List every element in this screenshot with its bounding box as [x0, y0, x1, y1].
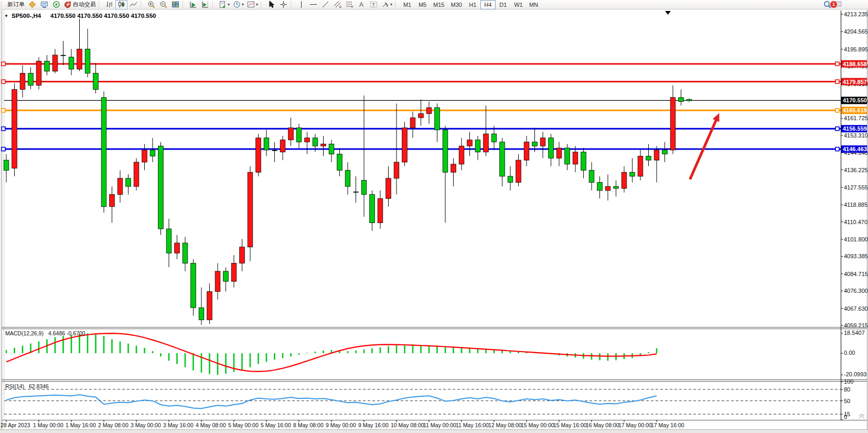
svg-text:4153.310: 4153.310	[844, 132, 868, 139]
svg-text:100: 100	[844, 378, 853, 385]
chart-canvas[interactable]: 4213.2354204.5654195.8954187.4804178.810…	[0, 0, 868, 433]
toolbar-grip	[212, 1, 216, 8]
svg-text:0: 0	[844, 414, 847, 420]
timeframe-m30-button[interactable]: M30	[447, 0, 465, 9]
timeframe-w1-button[interactable]: W1	[511, 0, 526, 9]
new-order-label: 新订单	[7, 1, 25, 8]
hline-anchor[interactable]	[835, 62, 839, 66]
svg-text:12 May 08:00: 12 May 08:00	[488, 422, 522, 428]
new-chart-button[interactable]: ▾	[217, 0, 231, 9]
auto-trading-button[interactable]: 自动交易	[62, 0, 98, 9]
svg-text:1 May 16:00: 1 May 16:00	[66, 422, 96, 428]
timeframe-h4-button[interactable]: H4	[480, 0, 496, 9]
svg-text:3 May 00:00: 3 May 00:00	[131, 422, 161, 428]
horizontal-line-tool-icon[interactable]	[307, 0, 319, 9]
svg-text:4101.800: 4101.800	[844, 236, 868, 242]
market-watch-icon[interactable]	[38, 0, 50, 9]
toolbar-grip	[99, 1, 102, 8]
arrows-tool-icon	[381, 1, 389, 8]
svg-text:4110.470: 4110.470	[844, 219, 867, 225]
auto-scroll-icon[interactable]	[187, 0, 199, 9]
macd-label: MACD(12,26,9)	[5, 330, 44, 336]
hline-anchor[interactable]	[2, 147, 5, 151]
svg-text:4136.225: 4136.225	[844, 167, 868, 173]
svg-text:A: A	[359, 1, 363, 8]
macd-readout: 4.6486 -0.6700	[48, 330, 85, 336]
svg-text:T: T	[372, 2, 376, 7]
hline-anchor[interactable]	[835, 127, 839, 131]
templates-button[interactable]: ▾	[245, 0, 260, 9]
channel-tool-icon[interactable]: E	[331, 0, 344, 9]
timeframe-h1-button[interactable]: H1	[465, 0, 480, 9]
rsi-label: RSI(14)	[5, 383, 24, 389]
svg-text:E: E	[339, 5, 341, 8]
svg-text:5 May 16:00: 5 May 16:00	[261, 422, 291, 428]
hline-anchor[interactable]	[2, 80, 5, 83]
notifications-button[interactable]: 1	[833, 1, 843, 9]
toolbar-grip	[183, 1, 186, 8]
timeframe-m5-button[interactable]: M5	[415, 0, 430, 9]
svg-text:9 May 16:00: 9 May 16:00	[358, 422, 389, 428]
text-label-tool-icon[interactable]: T	[368, 0, 380, 9]
svg-text:10 May 08:00: 10 May 08:00	[391, 422, 424, 428]
svg-text:4195.895: 4195.895	[844, 46, 868, 52]
hline-anchor[interactable]	[835, 109, 839, 112]
svg-text:0.00: 0.00	[844, 350, 855, 356]
svg-text:28 Apr 2023: 28 Apr 2023	[1, 422, 30, 428]
symbol-dropdown-icon[interactable]: ▼	[4, 14, 8, 18]
trendline-tool-icon[interactable]	[319, 0, 331, 9]
svg-text:17 May 16:00: 17 May 16:00	[651, 422, 684, 428]
fibonacci-tool-icon[interactable]: F	[344, 0, 356, 9]
chart-title: SP500-,H4	[12, 13, 41, 19]
bar-chart-mode-icon[interactable]	[103, 0, 115, 9]
crosshair-tool-icon[interactable]	[277, 0, 290, 9]
svg-text:4204.565: 4204.565	[844, 28, 868, 35]
rsi-readout: 62.8346	[29, 383, 49, 389]
timeframe-mn-button[interactable]: MN	[526, 0, 541, 9]
toolbar-grip	[261, 1, 264, 8]
candlestick-mode-icon[interactable]	[115, 0, 127, 9]
svg-text:4084.715: 4084.715	[844, 271, 868, 277]
toolbar-grip	[141, 1, 144, 8]
text-tool-icon[interactable]: A	[356, 0, 368, 9]
cursor-tool-icon[interactable]	[265, 0, 277, 9]
dropdown-caret-icon: ▾	[256, 2, 258, 7]
svg-text:5 May 00:00: 5 May 00:00	[228, 422, 259, 428]
dropdown-caret-icon: ▾	[228, 2, 230, 7]
hline-anchor[interactable]	[2, 109, 5, 112]
line-chart-mode-icon[interactable]	[127, 0, 140, 9]
new-order-button[interactable]: 新订单	[6, 0, 26, 9]
svg-text:15 May 00:00: 15 May 00:00	[521, 422, 554, 428]
hline-anchor[interactable]	[2, 127, 5, 131]
hline-anchor[interactable]	[835, 80, 839, 83]
svg-text:4118.885: 4118.885	[844, 202, 867, 208]
svg-text:8 May 08:00: 8 May 08:00	[293, 422, 324, 428]
timeframe-m1-button[interactable]: M1	[400, 0, 415, 9]
arrows-tool-button[interactable]: ▾	[380, 0, 394, 9]
periods-button[interactable]: ▾	[231, 0, 245, 9]
svg-text:80: 80	[844, 386, 850, 393]
svg-text:4188.658: 4188.658	[843, 61, 867, 67]
svg-text:4067.630: 4067.630	[844, 305, 868, 312]
timeframe-m15-button[interactable]: M15	[430, 0, 447, 9]
gold-symbol-icon[interactable]	[26, 0, 38, 9]
vertical-line-tool-icon[interactable]	[295, 0, 307, 9]
hline-anchor[interactable]	[2, 62, 5, 66]
svg-text:2 May 08:00: 2 May 08:00	[98, 422, 128, 428]
ohlc-readout: 4170.550 4170.550 4170.550 4170.550	[50, 13, 156, 19]
svg-text:4 May 08:00: 4 May 08:00	[196, 422, 226, 428]
chart-shift-icon[interactable]	[199, 0, 211, 9]
signals-icon[interactable]	[50, 0, 62, 9]
svg-text:4127.555: 4127.555	[844, 184, 868, 191]
zoom-out-icon[interactable]	[157, 0, 169, 9]
new-chart-icon	[219, 1, 227, 8]
hline-anchor[interactable]	[835, 147, 839, 151]
timeframe-d1-button[interactable]: D1	[496, 0, 511, 9]
svg-text:4213.235: 4213.235	[844, 11, 868, 17]
zoom-in-icon[interactable]	[145, 0, 157, 9]
svg-text:4059.215: 4059.215	[844, 322, 868, 329]
tile-windows-icon[interactable]	[169, 0, 181, 9]
svg-text:11 May 00:00: 11 May 00:00	[423, 422, 456, 428]
svg-text:11 May 16:00: 11 May 16:00	[456, 422, 489, 428]
svg-text:-20.0993: -20.0993	[844, 371, 866, 377]
